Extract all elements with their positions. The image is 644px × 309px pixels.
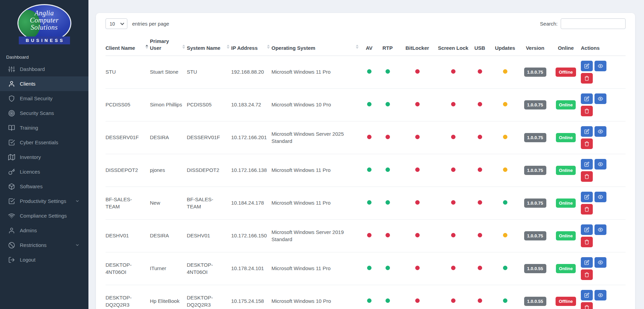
package-icon [8,183,15,190]
view-button[interactable] [594,290,606,300]
sidebar-item-clients[interactable]: Clients [0,76,88,91]
view-button[interactable] [594,61,606,71]
sidebar-item-label: Compliance Settings [20,213,67,219]
operating-system-cell: Microsoft Windows 10 Pro [271,89,360,121]
sidebar-item-label: Training [20,125,38,131]
updates-status-dot [503,200,507,205]
sidebar-item-email-security[interactable]: Email Security [0,91,88,106]
search-input[interactable] [561,18,626,29]
ip-address-cell: 10.178.24.101 [231,252,271,285]
operating-system-cell: Microsoft Windows 11 Pro [271,56,360,89]
rtp-status-dot [386,233,390,237]
client-name-cell: BF-SALES-TEAM [106,187,150,220]
delete-button[interactable] [581,269,593,280]
trash-icon [584,76,589,81]
ip-address-cell: 10.175.24.158 [231,285,271,309]
delete-button[interactable] [581,73,593,84]
av-status-dot [367,102,372,106]
view-button[interactable] [594,224,606,235]
sidebar-item-dashboard[interactable]: Dashboard [0,62,88,76]
column-header-system-name[interactable]: System Name [187,38,231,56]
delete-button[interactable] [581,106,593,116]
sidebar-item-label: Cyber Essentials [20,139,58,145]
column-header-client-name[interactable]: Client Name [106,38,150,56]
sidebar-item-restrictions[interactable]: Restrictions [0,238,88,252]
edit-button[interactable] [581,93,593,104]
screen-lock-status-dot [451,167,456,172]
view-button[interactable] [594,126,606,137]
usb-status-dot [478,167,482,172]
delete-button[interactable] [581,171,593,182]
view-button[interactable] [594,257,606,268]
edit-button[interactable] [581,224,593,235]
sidebar-item-label: Softwares [20,183,43,189]
sidebar-item-licences[interactable]: Licences [0,164,88,179]
view-button[interactable] [594,159,606,170]
edit-button[interactable] [581,257,593,268]
trash-icon [584,272,589,277]
eye-icon [598,227,603,232]
usb-status-dot [478,69,482,74]
edit-button[interactable] [581,192,593,202]
rtp-status-dot [386,69,390,74]
sidebar-section-label: Dashboard [0,55,88,60]
updates-status-dot [503,298,507,303]
delete-button[interactable] [581,138,593,149]
sidebar-item-logout[interactable]: Logout [0,252,88,267]
view-button[interactable] [594,192,606,202]
target-icon [8,110,15,117]
screen-lock-status-dot [451,135,456,139]
bitlocker-status-dot [415,167,420,172]
av-status-dot [367,167,372,172]
screen-lock-status-dot [451,102,456,106]
table-header-row: Client NamePrimary UserSystem NameIP Add… [106,38,626,56]
pencil-square-icon [584,63,589,69]
trash-icon [584,239,589,245]
chevron-down-icon [75,199,80,203]
sidebar-item-compliance-settings[interactable]: Compliance Settings [0,208,88,223]
updates-status-dot [503,167,507,172]
edit-button[interactable] [581,61,593,71]
sidebar-item-security-scans[interactable]: Security Scans [0,106,88,120]
delete-button[interactable] [581,302,593,309]
system-name-cell: BF-SALES-TEAM [187,187,231,220]
column-header-operating-system[interactable]: Operating System [271,38,360,56]
logo-line3: Solutions [18,24,70,31]
view-button[interactable] [594,93,606,104]
system-name-cell: DESSERV01F [187,121,231,154]
edit-button[interactable] [581,290,593,300]
check-square-icon [8,198,15,205]
ban-icon [8,242,15,249]
sidebar-item-productivity-settings[interactable]: Productivity Settings [0,194,88,208]
sidebar-item-training[interactable]: Training [0,120,88,135]
trash-icon [584,207,589,212]
sidebar-item-cyber-essentials[interactable]: Cyber Essentials [0,135,88,150]
bitlocker-status-dot [415,102,420,106]
edit-button[interactable] [581,126,593,137]
column-header-updates: Updates [491,38,519,56]
edit-button[interactable] [581,159,593,170]
client-name-cell: DESHV01 [106,220,150,252]
client-name-cell: PCDISS05 [106,89,150,121]
sidebar-item-label: Security Scans [20,110,54,116]
eye-icon [598,96,603,101]
updates-status-dot [503,233,507,237]
column-header-label: BitLocker [405,45,429,51]
bitlocker-status-dot [415,233,420,237]
sidebar: Anglia Computer Solutions BUSINESS Dashb… [0,0,88,309]
delete-button[interactable] [581,204,593,215]
entries-select[interactable]: 10 [106,18,127,29]
clients-table: Client NamePrimary UserSystem NameIP Add… [106,38,626,309]
delete-button[interactable] [581,237,593,247]
sidebar-item-admins[interactable]: Admins [0,223,88,238]
entries-per-page-control: 10 entries per page [106,18,169,29]
column-header-ip-address[interactable]: IP Address [231,38,271,56]
operating-system-cell: Microsoft Windows 11 Pro [271,154,360,187]
sidebar-item-inventory[interactable]: Inventory [0,150,88,164]
sidebar-item-softwares[interactable]: Softwares [0,179,88,194]
sidebar-item-label: Logout [20,257,36,263]
column-header-primary-user[interactable]: Primary User [150,38,187,56]
trash-icon [584,108,589,114]
rtp-status-dot [386,135,390,139]
system-name-cell: DESKTOP-DQ2Q2R3 [187,285,231,309]
